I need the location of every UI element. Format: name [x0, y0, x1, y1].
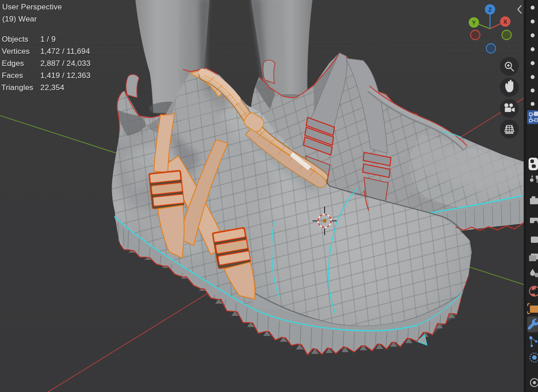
- svg-text:Y: Y: [472, 19, 476, 26]
- svg-text:22,354: 22,354: [40, 83, 65, 92]
- svg-text:2,887 / 24,033: 2,887 / 24,033: [40, 59, 91, 68]
- svg-text:Faces: Faces: [2, 71, 23, 80]
- svg-text:X: X: [503, 18, 508, 25]
- svg-text:1 / 9: 1 / 9: [40, 34, 56, 43]
- svg-text:User Perspective: User Perspective: [2, 2, 62, 11]
- svg-text:Z: Z: [488, 6, 492, 13]
- svg-text:Triangles: Triangles: [1, 83, 34, 92]
- svg-text:Objects: Objects: [2, 34, 29, 43]
- svg-text:(19) Wear: (19) Wear: [2, 14, 37, 23]
- svg-text:1,472 / 11,694: 1,472 / 11,694: [40, 47, 90, 56]
- svg-text:Vertices: Vertices: [2, 47, 30, 56]
- svg-text:1,419 / 12,363: 1,419 / 12,363: [40, 71, 91, 80]
- svg-text:Edges: Edges: [2, 59, 24, 68]
